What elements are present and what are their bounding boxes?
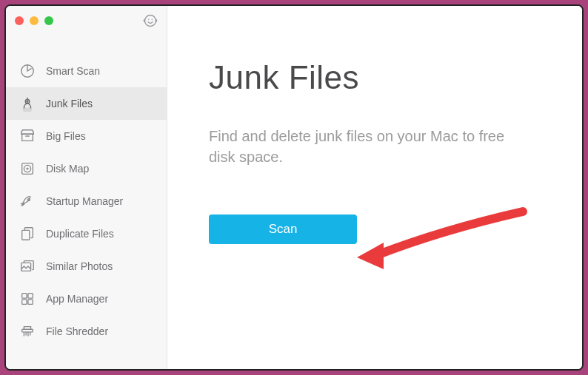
sidebar-item-file-shredder[interactable]: File Shredder <box>6 315 167 348</box>
sidebar-item-label: Junk Files <box>46 98 93 109</box>
sidebar-item-disk-map[interactable]: Disk Map <box>6 152 167 185</box>
shredder-icon <box>19 323 36 339</box>
disk-icon <box>19 161 36 177</box>
sidebar-item-label: Smart Scan <box>46 65 100 77</box>
sidebar-item-app-manager[interactable]: App Manager <box>6 283 167 315</box>
annotation-arrow-icon <box>353 204 530 278</box>
sidebar-item-junk-files[interactable]: Junk Files <box>6 87 167 120</box>
box-icon <box>19 128 36 144</box>
svg-rect-10 <box>22 230 30 240</box>
svg-rect-12 <box>22 294 27 298</box>
page-title: Junk Files <box>209 59 541 96</box>
svg-rect-14 <box>22 300 27 304</box>
apps-icon <box>19 291 36 307</box>
sidebar-item-label: Disk Map <box>46 163 89 175</box>
svg-rect-16 <box>22 329 33 332</box>
sidebar-nav: Smart Scan Junk Files <box>6 36 167 348</box>
window-minimize-button[interactable] <box>30 16 39 25</box>
sidebar-item-label: Big Files <box>46 130 86 142</box>
sidebar: Smart Scan Junk Files <box>6 6 167 369</box>
sidebar-item-big-files[interactable]: Big Files <box>6 120 167 152</box>
svg-point-8 <box>27 168 28 169</box>
traffic-lights <box>15 16 53 25</box>
page-subtitle: Find and delete junk files on your Mac t… <box>209 126 535 167</box>
sidebar-item-smart-scan[interactable]: Smart Scan <box>6 55 167 87</box>
svg-point-2 <box>152 19 153 21</box>
sidebar-item-label: Duplicate Files <box>46 228 114 240</box>
sidebar-item-label: Startup Manager <box>46 195 123 207</box>
sidebar-item-duplicate-files[interactable]: Duplicate Files <box>6 217 167 250</box>
sidebar-item-startup-manager[interactable]: Startup Manager <box>6 185 167 217</box>
svg-point-5 <box>27 101 28 102</box>
gauge-icon <box>19 63 36 79</box>
svg-rect-15 <box>28 300 33 304</box>
scan-button-label: Scan <box>269 222 298 237</box>
titlebar <box>6 6 167 36</box>
support-icon[interactable] <box>143 13 158 28</box>
window-maximize-button[interactable] <box>44 16 53 25</box>
scan-button[interactable]: Scan <box>209 214 357 244</box>
app-window: Smart Scan Junk Files <box>4 4 584 371</box>
sidebar-item-label: App Manager <box>46 293 108 305</box>
photos-icon <box>19 258 36 274</box>
rocket-icon <box>19 193 36 209</box>
sidebar-item-label: Similar Photos <box>46 260 113 272</box>
svg-rect-13 <box>28 294 33 298</box>
sidebar-item-label: File Shredder <box>46 325 108 337</box>
cleaner-icon <box>19 95 36 112</box>
svg-marker-17 <box>357 243 384 269</box>
duplicate-icon <box>19 226 36 242</box>
svg-point-0 <box>145 16 156 27</box>
main-content: Junk Files Find and delete junk files on… <box>167 6 582 369</box>
svg-point-1 <box>148 19 150 21</box>
window-close-button[interactable] <box>15 16 24 25</box>
sidebar-item-similar-photos[interactable]: Similar Photos <box>6 250 167 283</box>
